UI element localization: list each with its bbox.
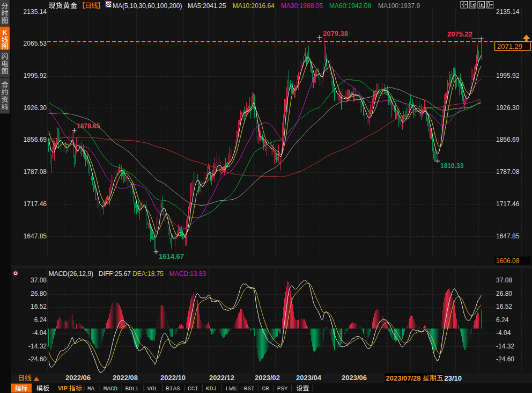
svg-text:1647.85: 1647.85 bbox=[496, 232, 520, 240]
svg-text:MACD:13.83: MACD:13.83 bbox=[169, 270, 206, 278]
svg-text:BIAS: BIAS bbox=[166, 385, 180, 392]
svg-text:MA30:1988.05: MA30:1988.05 bbox=[281, 2, 323, 10]
svg-text:2075.22: 2075.22 bbox=[447, 30, 472, 38]
svg-text:26.80: 26.80 bbox=[31, 290, 47, 297]
svg-text:K: K bbox=[3, 29, 8, 37]
svg-text:2023/07/28: 2023/07/28 bbox=[386, 374, 421, 382]
svg-text:DIFF:25.67: DIFF:25.67 bbox=[99, 270, 131, 278]
svg-text:1787.08: 1787.08 bbox=[24, 168, 47, 176]
svg-text:1878.65: 1878.65 bbox=[77, 122, 100, 130]
svg-text:1810.33: 1810.33 bbox=[440, 162, 464, 170]
svg-text:MA100:1937.9: MA100:1937.9 bbox=[378, 2, 420, 10]
svg-text:2022/06: 2022/06 bbox=[65, 374, 91, 382]
svg-text:-4.04: -4.04 bbox=[32, 329, 47, 337]
svg-text:BOLL: BOLL bbox=[125, 385, 139, 392]
svg-text:MACD: MACD bbox=[104, 385, 118, 392]
svg-text:2065.53: 2065.53 bbox=[24, 40, 47, 47]
svg-text:37.08: 37.08 bbox=[496, 276, 512, 284]
svg-text:1926.30: 1926.30 bbox=[24, 104, 47, 112]
svg-text:6.24: 6.24 bbox=[34, 316, 47, 324]
svg-text:VIP: VIP bbox=[58, 385, 68, 391]
svg-text:2023/04: 2023/04 bbox=[296, 374, 322, 382]
svg-text:CCI: CCI bbox=[188, 385, 198, 392]
svg-text:VOL: VOL bbox=[147, 385, 158, 392]
svg-text:-14.32: -14.32 bbox=[28, 343, 47, 350]
svg-text:1856.69: 1856.69 bbox=[24, 136, 47, 143]
svg-text:2079.38: 2079.38 bbox=[323, 30, 348, 38]
svg-text:16.52: 16.52 bbox=[31, 303, 47, 310]
svg-text:KDJ: KDJ bbox=[206, 385, 217, 392]
svg-text:26.80: 26.80 bbox=[496, 290, 512, 297]
svg-text:1606.08: 1606.08 bbox=[496, 257, 520, 265]
svg-text:23/10: 23/10 bbox=[445, 374, 462, 382]
svg-text:DEA:18.75: DEA:18.75 bbox=[132, 270, 164, 278]
svg-text:-24.60: -24.60 bbox=[496, 355, 514, 363]
svg-text:MA10:2016.64: MA10:2016.64 bbox=[233, 2, 275, 10]
svg-text:MACD(26,12,9): MACD(26,12,9) bbox=[49, 270, 93, 278]
svg-text:CR: CR bbox=[262, 385, 269, 392]
svg-text:-14.32: -14.32 bbox=[496, 343, 514, 350]
svg-text:1614.67: 1614.67 bbox=[159, 252, 184, 260]
svg-text:PSY: PSY bbox=[277, 385, 288, 392]
svg-text:1995.92: 1995.92 bbox=[24, 72, 47, 79]
svg-text:1647.85: 1647.85 bbox=[24, 232, 47, 240]
svg-text:1717.46: 1717.46 bbox=[496, 200, 520, 208]
svg-text:1717.46: 1717.46 bbox=[24, 200, 47, 208]
svg-text:6.24: 6.24 bbox=[496, 316, 509, 324]
svg-text:1995.92: 1995.92 bbox=[496, 72, 520, 79]
svg-text:1856.69: 1856.69 bbox=[496, 136, 520, 143]
svg-text:2022/08: 2022/08 bbox=[113, 374, 138, 382]
svg-text:2135.14: 2135.14 bbox=[496, 8, 520, 16]
svg-text:2023/06: 2023/06 bbox=[342, 374, 367, 382]
svg-text:2022/10: 2022/10 bbox=[160, 374, 186, 382]
svg-text:MA: MA bbox=[87, 385, 95, 392]
svg-text:MA5:2041.25: MA5:2041.25 bbox=[188, 2, 226, 10]
svg-text:2022/12: 2022/12 bbox=[209, 374, 234, 382]
svg-text:LW&: LW& bbox=[226, 385, 237, 392]
svg-text:2023/02: 2023/02 bbox=[255, 374, 280, 382]
svg-text:37.08: 37.08 bbox=[31, 276, 47, 284]
svg-text:1787.08: 1787.08 bbox=[496, 168, 520, 176]
svg-text:MA60:1942.08: MA60:1942.08 bbox=[329, 2, 371, 10]
svg-text:2071.29: 2071.29 bbox=[497, 42, 522, 50]
svg-text:RSI: RSI bbox=[244, 385, 255, 392]
svg-text:2135.14: 2135.14 bbox=[24, 8, 47, 16]
svg-text:16.52: 16.52 bbox=[496, 303, 512, 310]
svg-text:-24.60: -24.60 bbox=[28, 355, 47, 363]
svg-text:-4.04: -4.04 bbox=[496, 329, 511, 337]
svg-text:1926.30: 1926.30 bbox=[496, 104, 520, 112]
svg-text:MA(5,10,30,60,100,200): MA(5,10,30,60,100,200) bbox=[113, 2, 182, 10]
